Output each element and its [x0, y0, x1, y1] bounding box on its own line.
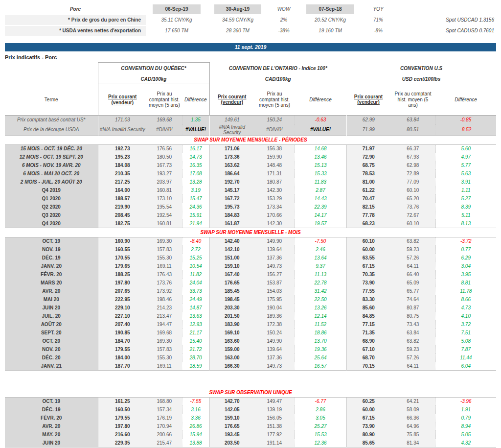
difference-value: 25.27	[295, 422, 346, 430]
difference-value: 18.59	[182, 362, 209, 370]
col-header-difference: Différence	[295, 84, 346, 116]
col-header-prix-hist: Prix au comptant hist. moyen (5 ans)	[390, 84, 435, 116]
prix-hist-value: 149.90	[254, 237, 295, 245]
row-label: Prix comptant basé contrat US*	[5, 116, 98, 124]
prix-courant-value: 70.35	[346, 270, 390, 279]
prix-courant-value: 208.45	[98, 211, 147, 219]
prix-courant-value: 71.99	[346, 124, 390, 136]
row-label: JANV. 20	[5, 262, 98, 270]
top-col-yoy: YOY	[361, 4, 395, 14]
prix-hist-value: 149.73	[254, 262, 295, 270]
prix-courant-value: #N/A Invalid Security	[98, 124, 147, 136]
prix-courant-value: 68.70	[346, 354, 390, 362]
table-row: NOV. 20179.55157.8321.72159.00139.6419.3…	[5, 345, 496, 354]
difference-value: 6.04	[435, 362, 496, 370]
prix-hist-value: 139.19	[254, 405, 295, 414]
prix-courant-value: 184.83	[209, 211, 254, 219]
prix-hist-value: 64.96	[390, 422, 435, 430]
prix-courant-value: 217.25	[98, 178, 147, 186]
difference-value: #VALUE!	[295, 124, 346, 136]
difference-value: 19.36	[295, 345, 346, 354]
difference-value: 2.46	[295, 245, 346, 254]
prix-courant-value: 84.85	[346, 312, 390, 320]
section-title: SWAP SUR MOYENNE MENSUELLE - PÉRIODES	[5, 135, 496, 144]
row-label: OCT. 20	[5, 337, 98, 345]
prix-hist-value: 65.20	[390, 194, 435, 203]
prix-hist-value: 173.76	[147, 279, 182, 287]
table-row: Prix comptant basé contrat US*171.03169.…	[5, 116, 496, 124]
spacer	[5, 370, 496, 388]
col-header-prix-courant: Prix courant (vendeur)	[209, 84, 254, 116]
difference-value: 5.11	[435, 211, 496, 219]
section-title: SWAP SUR OBSERVATION UNIQUE	[5, 388, 496, 397]
difference-value: 15.13	[295, 161, 346, 169]
prix-courant-value: 159.00	[209, 345, 254, 354]
prix-courant-value: 229.10	[98, 304, 147, 312]
prix-courant-value: 78.53	[346, 169, 390, 178]
difference-value: 6.29	[435, 254, 496, 262]
prix-courant-value: 198.45	[209, 295, 254, 304]
gap	[5, 370, 496, 388]
difference-value: 24.04	[182, 279, 209, 287]
row-label: Q1 2020	[5, 194, 98, 203]
prix-courant-value: 62.99	[346, 116, 390, 124]
section-title-mois: SWAP SUR MOYENNE MENSUELLE - MOIS	[5, 228, 496, 237]
difference-value: 21.94	[182, 219, 209, 228]
prix-courant-value: 142.10	[209, 245, 254, 254]
prix-courant-value: 81.00	[346, 178, 390, 186]
difference-value: 13.63	[182, 312, 209, 320]
prix-courant-value: 77.78	[346, 211, 390, 219]
difference-value: 3.19	[182, 186, 209, 194]
prix-courant-value: 72.90	[346, 153, 390, 161]
prix-hist-value: 150.24	[254, 329, 295, 337]
row-label: JUIL. 20	[5, 312, 98, 320]
table-row: AOÛT 20207.40194.4712.93183.90172.3811.5…	[5, 320, 496, 329]
difference-value: 21.17	[182, 329, 209, 337]
row-label: FÉVR. 20	[5, 414, 98, 422]
difference-value: 4.73	[435, 304, 496, 312]
difference-value: 15.53	[295, 430, 346, 439]
difference-value: 8.66	[435, 295, 496, 304]
prix-courant-value: 71.97	[346, 144, 390, 153]
prix-courant-value: 164.00	[98, 186, 147, 194]
row-label: DÉC. 20	[5, 354, 98, 362]
prix-courant-value: 67.15	[346, 414, 390, 422]
table-row: OCT. 19160.90169.30-8.40142.40149.90-7.5…	[5, 237, 496, 245]
prix-courant-value: 179.55	[98, 414, 147, 422]
prix-courant-value: 142.40	[209, 237, 254, 245]
row-label: 2 MOIS - JUIL. 20 AOÛT 20	[5, 178, 98, 186]
prix-hist-value: 169.11	[147, 262, 182, 270]
prix-courant-value: 163.00	[209, 354, 254, 362]
prix-hist-value: 81.34	[390, 439, 435, 447]
prix-hist-value: 64.11	[390, 262, 435, 270]
table-row: JUIN 20229.35215.4713.88203.50191.1412.3…	[5, 439, 496, 447]
difference-value: 15.47	[182, 194, 209, 203]
row-label-china-pork: * Prix de gros du porc en Chine	[5, 15, 146, 25]
prix-hist-value: 80.51	[390, 124, 435, 136]
prix-hist-value: 214.23	[147, 304, 182, 312]
difference-value: 24.49	[182, 295, 209, 304]
prix-courant-value: 170.55	[98, 254, 147, 262]
difference-value: 5.08	[435, 337, 496, 345]
prix-courant-value: 184.00	[98, 354, 147, 362]
prix-hist-value: 57.26	[390, 254, 435, 262]
prix-hist-value: 180.87	[254, 178, 295, 186]
difference-value: 11.44	[435, 354, 496, 362]
prix-hist-value: 142.30	[254, 219, 295, 228]
difference-value: 22.50	[295, 295, 346, 304]
row-label: MAY. 20	[5, 430, 98, 439]
prix-courant-value: 207.65	[98, 287, 147, 295]
table-row: 6 MOIS - MAI 20 OCT. 20210.35193.2717.08…	[5, 169, 496, 178]
table-row: Q1 2020188.57173.1015.47167.72153.2914.4…	[5, 194, 496, 203]
prix-hist-value: 66.40	[390, 270, 435, 279]
prix-courant-value: 161.87	[209, 219, 254, 228]
difference-value: 1.35	[182, 116, 209, 124]
difference-value: 14.87	[182, 304, 209, 312]
difference-value: 5.63	[435, 169, 496, 178]
prix-hist-value: 66.37	[390, 144, 435, 153]
prix-hist-value: 153.87	[254, 279, 295, 287]
difference-value: -7.50	[295, 237, 346, 245]
value-cell: 35.11 CNY/Kg	[146, 15, 207, 25]
terme-column-header: Terme	[5, 84, 98, 116]
prix-hist-value: 171.31	[254, 169, 295, 178]
